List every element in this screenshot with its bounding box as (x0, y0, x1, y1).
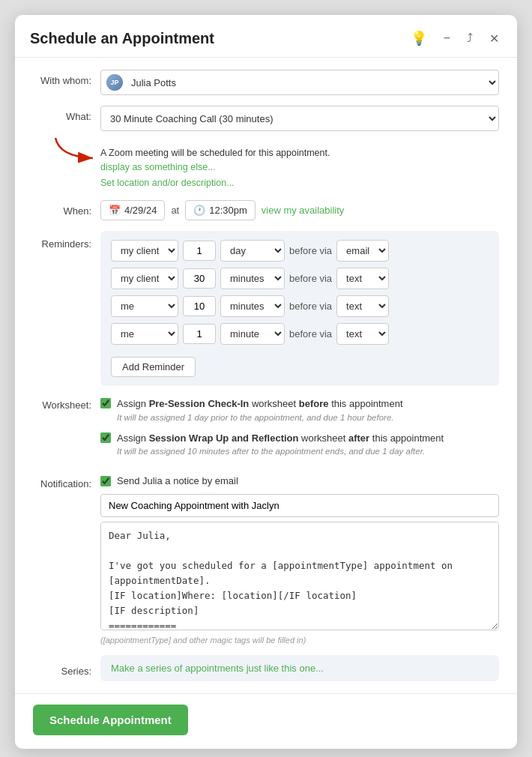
reminder-via-text-3: before via (289, 301, 332, 312)
zoom-meeting-text: A Zoom meeting will be scheduled for thi… (100, 148, 330, 158)
reminder-num-input-3[interactable] (183, 296, 216, 316)
date-value: 4/29/24 (124, 205, 157, 216)
notification-row: Notification: Send Julia a notice by ema… (33, 475, 499, 645)
time-value: 12:30pm (209, 205, 247, 216)
worksheet-sub-2: It will be assigned 10 minutes after to … (117, 447, 499, 456)
worksheet-name-2: Session Wrap Up and Reflection (149, 432, 299, 444)
reminder-method-select-2[interactable]: text email (336, 268, 389, 289)
reminder-row-2: my client me minutes day hours before vi… (111, 268, 489, 289)
what-label: What: (33, 106, 100, 122)
reminder-num-input-2[interactable] (183, 268, 216, 289)
reminder-method-select-4[interactable]: text email (336, 323, 389, 345)
with-whom-label: With whom: (33, 70, 100, 86)
series-link[interactable]: Make a series of appointments just like … (111, 663, 324, 674)
series-row: Series: Make a series of appointments ju… (33, 655, 499, 681)
reminders-label: Reminders: (33, 231, 100, 250)
worksheet-label: Worksheet: (33, 396, 100, 411)
reminder-who-select-4[interactable]: me my client (111, 323, 178, 345)
calendar-icon: 📅 (109, 205, 121, 216)
reminder-via-text-4: before via (289, 328, 332, 340)
reminder-unit-select-4[interactable]: minute day hours minutes (220, 323, 285, 345)
series-section: Make a series of appointments just like … (100, 655, 499, 681)
reminder-unit-select-1[interactable]: day days hours minutes (220, 240, 285, 262)
header-icons: 💡 − ⤴ ✕ (408, 28, 502, 48)
schedule-appointment-dialog: Schedule an Appointment 💡 − ⤴ ✕ With who… (15, 15, 517, 749)
with-whom-content: JP Julia Potts (100, 70, 499, 95)
when-controls: 📅 4/29/24 at 🕐 12:30pm view my availabil… (100, 200, 499, 220)
reminder-row-4: me my client minute day hours minutes be… (111, 323, 489, 345)
reminder-unit-select-2[interactable]: minutes day hours (220, 268, 285, 289)
reminder-num-input-4[interactable] (183, 324, 216, 344)
at-text: at (171, 205, 179, 216)
notification-check-label: Send Julia a notice by email (117, 475, 238, 486)
reminder-row-1: my client me day days hours minutes befo… (111, 240, 489, 262)
series-content: Make a series of appointments just like … (100, 655, 499, 681)
dialog-body: With whom: JP Julia Potts What: (15, 58, 517, 693)
lightbulb-icon: 💡 (411, 30, 427, 46)
zoom-info-row: A Zoom meeting will be scheduled for thi… (33, 142, 499, 190)
worksheet-checkbox-1[interactable] (100, 398, 111, 408)
close-button[interactable]: ✕ (486, 30, 502, 47)
with-whom-row: With whom: JP Julia Potts (33, 70, 499, 95)
set-location-link[interactable]: Set location and/or description... (100, 176, 499, 190)
date-picker-button[interactable]: 📅 4/29/24 (100, 200, 165, 220)
worksheet-checkbox-2[interactable] (100, 432, 111, 443)
reminder-via-text-2: before via (289, 273, 332, 284)
worksheet-label-1: Assign Pre-Session Check-In worksheet be… (117, 396, 403, 411)
notification-body-textarea[interactable]: Dear Julia, I've got you scheduled for a… (100, 522, 499, 630)
what-content: 30 Minute Coaching Call (30 minutes) (100, 106, 499, 131)
display-as-link[interactable]: display as something else... (100, 162, 216, 172)
schedule-appointment-button[interactable]: Schedule Appointment (33, 705, 188, 735)
reminders-row: Reminders: my client me day days hours (33, 231, 499, 386)
worksheet-sub-1: It will be assigned 1 day prior to the a… (117, 413, 499, 422)
zoom-info-spacer (33, 142, 100, 147)
reminder-who-select-2[interactable]: my client me (111, 268, 178, 289)
zoom-info-content: A Zoom meeting will be scheduled for thi… (100, 142, 499, 190)
lightbulb-button[interactable]: 💡 (408, 28, 430, 48)
notification-content: Send Julia a notice by email Dear Julia,… (100, 475, 499, 645)
worksheet-timing-2: after (348, 432, 369, 444)
reminders-content: my client me day days hours minutes befo… (100, 231, 499, 386)
with-whom-select[interactable]: Julia Potts (100, 70, 499, 95)
notification-label: Notification: (33, 475, 100, 489)
collapse-icon: ⤴ (467, 31, 473, 45)
worksheet-check-row-2: Assign Session Wrap Up and Reflection wo… (100, 431, 499, 446)
reminder-method-select-1[interactable]: email text (336, 240, 389, 262)
worksheet-row: Worksheet: Assign Pre-Session Check-In w… (33, 396, 499, 465)
what-select[interactable]: 30 Minute Coaching Call (30 minutes) (100, 106, 499, 131)
worksheet-timing-1: before (299, 398, 329, 409)
clock-icon: 🕐 (193, 205, 205, 216)
reminder-num-input-1[interactable] (183, 241, 216, 261)
reminder-row-3: me my client minutes day hours before vi… (111, 295, 489, 317)
notification-checkbox[interactable] (100, 476, 111, 486)
view-availability-link[interactable]: view my availability (262, 205, 345, 216)
reminder-who-select-3[interactable]: me my client (111, 295, 178, 317)
worksheet-label-2: Assign Session Wrap Up and Reflection wo… (117, 431, 444, 446)
series-label: Series: (33, 660, 100, 677)
time-picker-button[interactable]: 🕐 12:30pm (185, 200, 256, 220)
when-label: When: (33, 200, 100, 217)
dialog-title: Schedule an Appointment (30, 30, 214, 47)
worksheet-item-1: Assign Pre-Session Check-In worksheet be… (100, 396, 499, 422)
reminder-unit-select-3[interactable]: minutes day hours (220, 295, 285, 317)
minimize-icon: − (444, 31, 450, 45)
with-whom-wrapper: JP Julia Potts (100, 70, 499, 95)
add-reminder-button[interactable]: Add Reminder (111, 357, 196, 377)
dialog-header: Schedule an Appointment 💡 − ⤴ ✕ (15, 15, 517, 58)
dialog-footer: Schedule Appointment (15, 693, 517, 749)
reminder-method-select-3[interactable]: text email (336, 295, 389, 317)
reminder-via-text-1: before via (289, 245, 332, 256)
magic-tags-note: ([appointmentType] and other magic tags … (100, 636, 499, 645)
worksheet-content: Assign Pre-Session Check-In worksheet be… (100, 396, 499, 465)
when-content: 📅 4/29/24 at 🕐 12:30pm view my availabil… (100, 200, 499, 220)
minimize-button[interactable]: − (441, 30, 453, 46)
what-row: What: 30 Minute Coaching Call (30 minute… (33, 106, 499, 131)
red-arrow-icon (52, 134, 104, 172)
worksheet-check-row-1: Assign Pre-Session Check-In worksheet be… (100, 396, 499, 411)
notification-check-row: Send Julia a notice by email (100, 475, 499, 486)
when-row: When: 📅 4/29/24 at 🕐 12:30pm view my ava… (33, 200, 499, 220)
collapse-button[interactable]: ⤴ (464, 30, 476, 46)
zoom-info-text: A Zoom meeting will be scheduled for thi… (100, 146, 499, 190)
reminder-who-select-1[interactable]: my client me (111, 240, 178, 262)
notification-subject-input[interactable] (100, 494, 499, 517)
